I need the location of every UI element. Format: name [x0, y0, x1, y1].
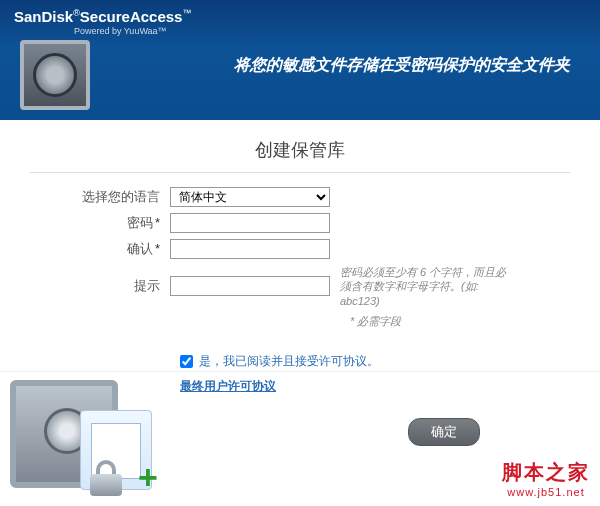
powered-by: Powered by YuuWaa™	[74, 26, 586, 36]
language-select[interactable]: 简体中文	[170, 187, 330, 207]
brand-product: SecureAccess	[80, 8, 183, 25]
row-hint: 提示 密码必须至少有 6 个字符，而且必须含有数字和字母字符。(如: abc12…	[30, 265, 570, 308]
consent-row[interactable]: 是，我已阅读并且接受许可协议。	[180, 353, 570, 370]
brand-sandisk: SanDisk	[14, 8, 73, 25]
password-label: 密码*	[30, 214, 170, 232]
consent-text: 是，我已阅读并且接受许可协议。	[199, 353, 379, 370]
required-star: *	[155, 215, 160, 230]
tagline: 将您的敏感文件存储在受密码保护的安全文件夹	[234, 55, 570, 76]
vault-illustration: +	[10, 380, 170, 500]
watermark-url: www.jb51.net	[502, 486, 590, 498]
app-header: SanDisk®SecureAccess™ Powered by YuuWaa™…	[0, 0, 600, 120]
footer: + 确定 脚本之家 www.jb51.net	[0, 371, 600, 506]
brand-name: SanDisk®SecureAccess™	[14, 8, 191, 25]
lock-icon	[90, 460, 122, 496]
row-password: 密码*	[30, 213, 570, 233]
required-star: *	[155, 241, 160, 256]
watermark-site-name: 脚本之家	[502, 459, 590, 486]
password-input[interactable]	[170, 213, 330, 233]
watermark: 脚本之家 www.jb51.net	[502, 459, 590, 498]
row-language: 选择您的语言 简体中文	[30, 187, 570, 207]
password-policy-note: 密码必须至少有 6 个字符，而且必须含有数字和字母字符。(如: abc123)	[340, 265, 510, 308]
ok-button[interactable]: 确定	[408, 418, 480, 446]
plus-icon: +	[138, 466, 166, 494]
main-form: 创建保管库 选择您的语言 简体中文 密码* 确认* 提示 密码必须至少有 6 个…	[0, 120, 600, 395]
confirm-label: 确认*	[30, 240, 170, 258]
confirm-label-text: 确认	[127, 241, 153, 256]
confirm-input[interactable]	[170, 239, 330, 259]
page-title: 创建保管库	[30, 138, 570, 173]
consent-checkbox[interactable]	[180, 355, 193, 368]
brand-block: SanDisk®SecureAccess™ Powered by YuuWaa™	[14, 8, 586, 36]
language-label: 选择您的语言	[30, 188, 170, 206]
hint-input[interactable]	[170, 276, 330, 296]
brand-reg: ®	[73, 8, 80, 18]
lock-body-icon	[90, 474, 122, 496]
hint-label: 提示	[30, 277, 170, 295]
brand-tm: ™	[182, 8, 191, 18]
row-confirm: 确认*	[30, 239, 570, 259]
safe-icon	[20, 40, 90, 110]
password-label-text: 密码	[127, 215, 153, 230]
required-fields-note: * 必需字段	[350, 314, 570, 329]
